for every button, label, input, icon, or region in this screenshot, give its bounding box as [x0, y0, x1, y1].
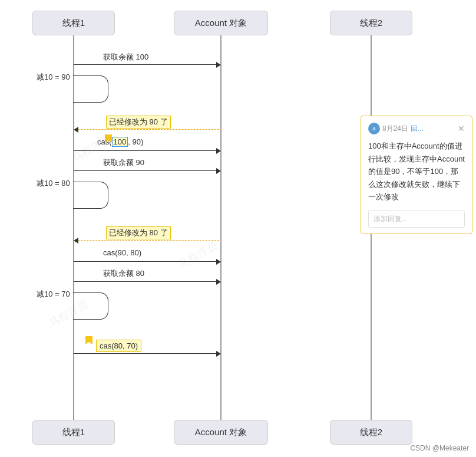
self-loop-label-2: 减10 = 80: [37, 178, 70, 189]
arrow-label-cas-100-90: cas(100, 90): [97, 137, 143, 146]
account-top-box: Account 对象: [174, 11, 268, 35]
notif-content: 100和主存中Account的值进行比较，发现主存中Account的值是90，不…: [368, 140, 465, 203]
account-lifeline: [220, 35, 222, 420]
notif-avatar: a: [368, 123, 380, 134]
notif-reply-placeholder: 添加回复...: [373, 215, 408, 223]
arrow-modified-80: 已经修改为 80 了: [74, 235, 221, 246]
arrow-label-get-100: 获取余额 100: [103, 52, 148, 63]
arrow-label-modified-80: 已经修改为 80 了: [106, 226, 171, 239]
self-loop-3: [73, 292, 108, 320]
arrow-label-get-90: 获取余额 90: [103, 157, 144, 168]
svg-marker-0: [105, 134, 112, 143]
arrow-get-balance-100: 获取余额 100: [74, 59, 221, 71]
notif-reply-area[interactable]: 添加回复...: [368, 211, 465, 228]
diagram-container: 线程1 Account 对象 线程2 线程1 Account 对象 线程2 获取…: [0, 0, 476, 457]
arrow-label-modified-90: 已经修改为 90 了: [106, 116, 171, 129]
thread2-top-box: 线程2: [330, 11, 412, 35]
thread2-bot-box: 线程2: [330, 420, 412, 445]
arrow-modified-90: 已经修改为 90 了: [74, 124, 221, 136]
notification-popup[interactable]: a 8月24日 回... ✕ 100和主存中Account的值进行比较，发现主存…: [361, 116, 472, 234]
self-loop-2: [73, 182, 108, 209]
notif-close-button[interactable]: ✕: [458, 122, 465, 135]
self-loop-label-3: 减10 = 70: [37, 289, 70, 300]
footer-text: CSDN @Mekeater: [410, 444, 469, 452]
self-loop-1: [73, 75, 108, 103]
svg-marker-1: [85, 336, 92, 344]
arrow-cas-80-70: cas(80, 70): [74, 348, 221, 360]
self-loop-label-1: 减10 = 90: [37, 72, 70, 83]
arrow-cas-100-90: cas(100, 90): [74, 145, 221, 157]
arrow-label-cas-80-70: cas(80, 70): [96, 340, 141, 352]
bookmark-icon-cas8070: [85, 336, 92, 344]
notif-header: a 8月24日 回... ✕: [368, 122, 465, 135]
arrow-label-get-80: 获取余额 80: [103, 268, 144, 279]
thread1-bot-box: 线程1: [32, 420, 115, 445]
account-bot-box: Account 对象: [174, 420, 268, 445]
thread1-top-box: 线程1: [32, 11, 115, 35]
arrow-label-cas-90-80: cas(90, 80): [103, 248, 141, 257]
arrow-cas-90-80: cas(90, 80): [74, 256, 221, 268]
notif-type: 回...: [411, 123, 424, 134]
arrow-get-balance-90: 获取余额 90: [74, 165, 221, 177]
bookmark-icon-cas100: [105, 134, 112, 143]
arrow-get-balance-80: 获取余额 80: [74, 276, 221, 288]
notif-date: 8月24日: [382, 123, 408, 134]
